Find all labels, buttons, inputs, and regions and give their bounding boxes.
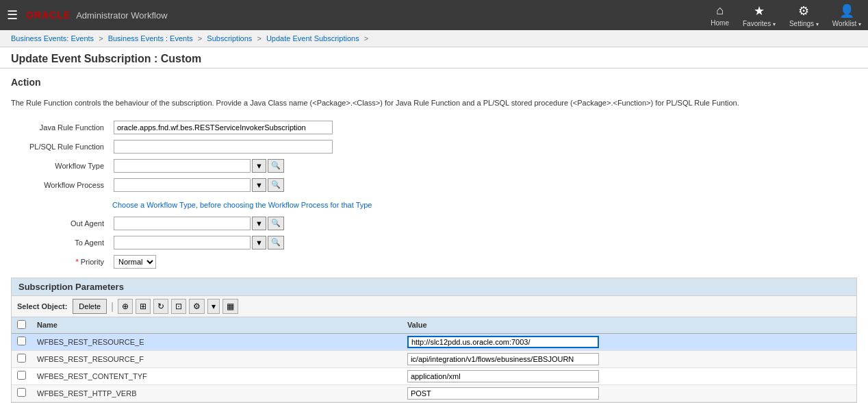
action-form: Java Rule Function PL/SQL Rule Function … — [11, 117, 857, 195]
workflow-process-label: Workflow Process — [12, 176, 108, 194]
nav-favorites[interactable]: ★ Favorites ▾ — [743, 3, 776, 27]
row-4-checkbox[interactable] — [17, 388, 26, 397]
agent-form: Out Agent ▼ 🔍 To Agent ▼ 🔍 — [11, 213, 857, 272]
breadcrumb-item-1[interactable]: Business Events: Events — [11, 34, 94, 42]
refresh-icon-btn[interactable]: ↻ — [153, 299, 168, 314]
priority-row: * Priority Low Normal High — [12, 253, 856, 271]
to-agent-row: To Agent ▼ 🔍 — [12, 234, 856, 252]
priority-select[interactable]: Low Normal High — [114, 255, 156, 269]
row-4-value-input[interactable] — [407, 387, 599, 400]
workflow-type-row: Workflow Type ▼ 🔍 — [12, 157, 856, 175]
out-agent-lov-down[interactable]: ▼ — [252, 217, 266, 230]
workflow-process-value-cell: ▼ 🔍 — [110, 176, 856, 194]
nav-favorites-label: Favorites ▾ — [743, 20, 776, 27]
oracle-logo: ORACLE — [26, 10, 71, 21]
table-row: WFBES_REST_RESOURCE_F — [12, 350, 856, 367]
to-agent-input[interactable] — [114, 236, 251, 249]
workflow-process-input[interactable] — [114, 178, 251, 192]
col-header-value: Value — [402, 317, 856, 334]
row-1-checkbox[interactable] — [17, 337, 26, 345]
breadcrumb-item-4[interactable]: Update Event Subscriptions — [266, 34, 359, 42]
to-agent-lov-down[interactable]: ▼ — [252, 236, 266, 249]
delete-button[interactable]: Delete — [73, 299, 107, 314]
row-4-name: WFBES_REST_HTTP_VERB — [31, 384, 402, 402]
plsql-rule-function-row: PL/SQL Rule Function — [12, 138, 856, 156]
plsql-rule-function-label: PL/SQL Rule Function — [12, 138, 108, 156]
row-1-value-input[interactable] — [407, 336, 599, 348]
row-1-checkbox-cell — [12, 333, 31, 350]
favorites-icon: ★ — [754, 3, 765, 19]
workflow-type-search-btn[interactable]: 🔍 — [268, 159, 284, 173]
breadcrumb-item-3[interactable]: Subscriptions — [207, 34, 252, 42]
page-title: Update Event Subscription : Custom — [11, 53, 857, 65]
nav-worklist[interactable]: 👤 Worklist ▾ — [832, 3, 861, 27]
settings-dropdown-btn[interactable]: ▾ — [207, 299, 220, 314]
breadcrumb: Business Events: Events > Business Event… — [0, 30, 868, 47]
subscription-params-section: Subscription Parameters Select Object: D… — [11, 278, 857, 403]
row-2-value-input[interactable] — [407, 353, 599, 365]
to-agent-search-btn[interactable]: 🔍 — [268, 236, 284, 249]
page-header: Update Event Subscription : Custom — [0, 47, 868, 69]
add-row-icon-btn[interactable]: ⊕ — [118, 299, 133, 314]
workflow-process-row: Workflow Process ▼ 🔍 — [12, 176, 856, 194]
expand-icon-btn[interactable]: ⊞ — [136, 299, 151, 314]
main-content: Action The Rule Function controls the be… — [0, 69, 868, 403]
workflow-type-input[interactable] — [114, 159, 251, 173]
row-3-checkbox-cell — [12, 367, 31, 384]
row-3-value-cell — [402, 367, 856, 384]
priority-label: * Priority — [12, 253, 108, 271]
plsql-rule-function-value-cell — [110, 138, 856, 156]
row-2-value-cell — [402, 350, 856, 367]
copy-icon-btn[interactable]: ⊡ — [171, 299, 186, 314]
priority-value-cell: Low Normal High — [110, 253, 856, 271]
app-title: Administrator Workflow — [76, 10, 711, 21]
out-agent-input[interactable] — [114, 217, 251, 230]
row-2-checkbox[interactable] — [17, 354, 26, 363]
params-table: Name Value WFBES_REST_RESOURCE_E — [12, 317, 856, 402]
breadcrumb-sep-3: > — [257, 34, 261, 42]
top-nav: ☰ ORACLE Administrator Workflow ⌂ Home ★… — [0, 0, 868, 30]
hamburger-menu[interactable]: ☰ — [7, 8, 18, 23]
row-4-value-cell — [402, 384, 856, 402]
params-table-body: WFBES_REST_RESOURCE_E WFBES_REST_RESOURC… — [12, 333, 856, 402]
row-3-value-input[interactable] — [407, 370, 599, 382]
java-rule-function-value-cell — [110, 119, 856, 136]
nav-actions: ⌂ Home ★ Favorites ▾ ⚙ Settings ▾ 👤 Work… — [711, 3, 861, 27]
nav-home[interactable]: ⌂ Home — [711, 3, 729, 27]
grid-view-btn[interactable]: ▦ — [222, 299, 238, 314]
breadcrumb-item-2[interactable]: Business Events : Events — [108, 34, 193, 42]
nav-settings[interactable]: ⚙ Settings ▾ — [789, 3, 819, 27]
row-2-checkbox-cell — [12, 350, 31, 367]
action-description: The Rule Function controls the behaviour… — [11, 97, 857, 109]
out-agent-search-btn[interactable]: 🔍 — [268, 217, 284, 230]
table-row: WFBES_REST_RESOURCE_E — [12, 333, 856, 350]
select-object-label: Select Object: — [17, 302, 67, 310]
plsql-rule-function-input[interactable] — [114, 140, 333, 154]
workflow-process-lov-down[interactable]: ▼ — [252, 178, 266, 192]
row-3-checkbox[interactable] — [17, 371, 26, 380]
out-agent-value-cell: ▼ 🔍 — [110, 215, 856, 232]
table-row: WFBES_REST_HTTP_VERB — [12, 384, 856, 402]
worklist-icon: 👤 — [839, 3, 854, 19]
java-rule-function-row: Java Rule Function — [12, 119, 856, 136]
col-header-name: Name — [31, 317, 402, 334]
workflow-type-label: Workflow Type — [12, 157, 108, 175]
java-rule-function-input[interactable] — [114, 121, 333, 134]
workflow-process-search-btn[interactable]: 🔍 — [268, 178, 284, 192]
action-section: Action The Rule Function controls the be… — [11, 77, 857, 272]
workflow-type-value-cell: ▼ 🔍 — [110, 157, 856, 175]
settings-icon-btn[interactable]: ⚙ — [189, 299, 205, 314]
params-table-header: Name Value — [12, 317, 856, 334]
select-all-checkbox[interactable] — [17, 320, 26, 329]
breadcrumb-sep-1: > — [99, 34, 103, 42]
row-4-checkbox-cell — [12, 384, 31, 402]
row-1-value-cell — [402, 333, 856, 350]
workflow-type-lov-down[interactable]: ▼ — [252, 159, 266, 173]
toolbar-separator: | — [111, 301, 114, 312]
row-1-name: WFBES_REST_RESOURCE_E — [31, 333, 402, 350]
sub-params-title: Subscription Parameters — [12, 278, 856, 296]
to-agent-value-cell: ▼ 🔍 — [110, 234, 856, 252]
row-2-name: WFBES_REST_RESOURCE_F — [31, 350, 402, 367]
out-agent-row: Out Agent ▼ 🔍 — [12, 215, 856, 232]
to-agent-label: To Agent — [12, 234, 108, 252]
